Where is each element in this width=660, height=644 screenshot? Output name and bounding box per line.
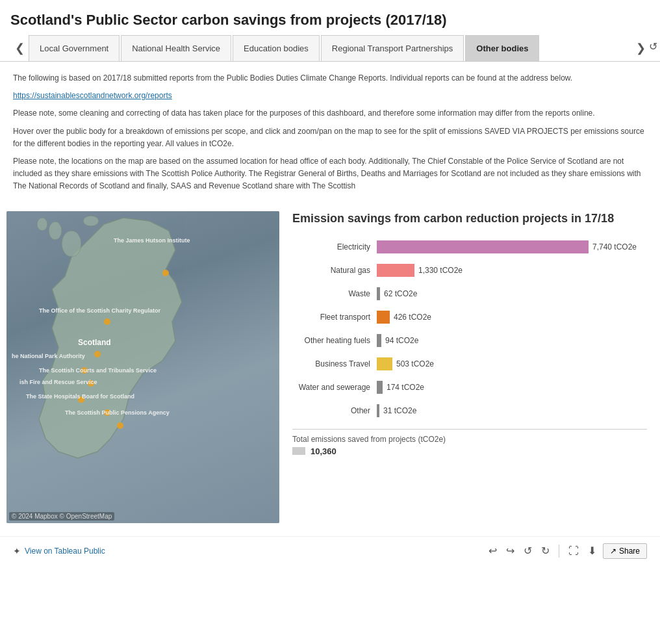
chart-label-7: Other xyxy=(292,406,377,415)
footer: ✦ View on Tableau Public ↩ ↪ ↺ ↻ ⛶ ⬇ ↗ S… xyxy=(0,536,660,565)
nav-prev-arrow[interactable]: ❮ xyxy=(10,35,29,61)
bar-area-5: 503 tCO2e xyxy=(377,356,647,372)
forward-button[interactable]: ↻ xyxy=(539,543,552,558)
total-section: Total emissions saved from projects (tCO… xyxy=(292,429,647,456)
info-para1: The following is based on 2017/18 submit… xyxy=(13,72,647,84)
share-label: Share xyxy=(619,547,640,556)
bar-value-4: 94 tCO2e xyxy=(385,336,418,345)
tableau-link[interactable]: View on Tableau Public xyxy=(25,547,105,556)
nav-tab-local-gov[interactable]: Local Government xyxy=(29,35,120,61)
bar-value-0: 7,740 tCO2e xyxy=(592,242,637,251)
nav-tabs: Local GovernmentNational Health ServiceE… xyxy=(29,35,631,61)
chart-row-5: Business Travel503 tCO2e xyxy=(292,356,647,372)
bar-5 xyxy=(377,357,392,370)
bar-value-2: 62 tCO2e xyxy=(384,289,417,298)
bar-value-6: 174 tCO2e xyxy=(387,383,424,392)
chart-row-6: Water and sewerage174 tCO2e xyxy=(292,380,647,395)
bar-area-3: 426 tCO2e xyxy=(377,309,647,325)
svg-point-2 xyxy=(49,222,62,240)
chart-row-1: Natural gas1,330 tCO2e xyxy=(292,263,647,278)
svg-point-1 xyxy=(62,231,81,257)
map-label-pensions: The Scottish Public Pensions Agency xyxy=(65,409,170,416)
chart-label-3: Fleet transport xyxy=(292,313,377,322)
chart-label-1: Natural gas xyxy=(292,266,377,275)
chart-label-6: Water and sewerage xyxy=(292,383,377,392)
main-content: The James Hutson Institute The Office of… xyxy=(0,205,660,530)
tableau-icon: ✦ xyxy=(13,546,21,556)
bar-area-4: 94 tCO2e xyxy=(377,333,647,348)
share-button[interactable]: ↗ Share xyxy=(603,543,647,559)
svg-point-12 xyxy=(117,422,123,429)
bar-area-1: 1,330 tCO2e xyxy=(377,263,647,278)
fullscreen-button[interactable]: ⛶ xyxy=(566,544,581,558)
refresh-icon[interactable]: ↺ xyxy=(649,40,657,53)
map-label-fire-rescue: ish Fire and Rescue Service xyxy=(19,379,97,385)
redo-button[interactable]: ↪ xyxy=(503,543,517,558)
map-label-state-hospital: The State Hospitals Board for Scotland xyxy=(26,393,134,400)
map-label-charity-regulator: The Office of the Scottish Charity Regul… xyxy=(39,307,160,314)
chart-label-5: Business Travel xyxy=(292,359,377,368)
footer-right: ↩ ↪ ↺ ↻ ⛶ ⬇ ↗ Share xyxy=(486,543,647,559)
page-title: Scotland's Public Sector carbon savings … xyxy=(0,0,660,35)
bar-1 xyxy=(377,264,414,277)
bar-2 xyxy=(377,287,380,300)
bar-6 xyxy=(377,381,383,394)
bar-value-7: 31 tCO2e xyxy=(383,406,416,415)
share-icon: ↗ xyxy=(610,547,616,556)
map-label-park-authority: he National Park Authority xyxy=(12,353,85,359)
chart-label-2: Waste xyxy=(292,289,377,298)
map-copyright: © 2024 Mapbox © OpenStreetMap xyxy=(9,512,114,521)
map-label-courts: The Scottish Courts and Tribunals Servic… xyxy=(39,367,157,374)
nav-tab-regional[interactable]: Regional Transport Partnerships xyxy=(321,35,464,61)
bar-value-5: 503 tCO2e xyxy=(396,359,434,368)
chart-label-4: Other heating fuels xyxy=(292,336,377,345)
svg-point-3 xyxy=(37,218,47,231)
bar-value-3: 426 tCO2e xyxy=(394,313,431,322)
info-para3: Hover over the public body for a breakdo… xyxy=(13,125,647,150)
nav-tab-nhs[interactable]: National Health Service xyxy=(121,35,231,61)
bar-area-2: 62 tCO2e xyxy=(377,286,647,302)
chart-bars: Electricity7,740 tCO2eNatural gas1,330 t… xyxy=(292,239,647,419)
chart-row-2: Waste62 tCO2e xyxy=(292,286,647,302)
info-para4: Please note, the locations on the map ar… xyxy=(13,155,647,193)
total-swatch xyxy=(292,447,305,455)
back-button[interactable]: ↺ xyxy=(521,543,535,558)
bar-value-1: 1,330 tCO2e xyxy=(418,266,463,275)
bar-area-7: 31 tCO2e xyxy=(377,403,647,419)
bar-7 xyxy=(377,404,379,417)
total-label: Total emissions saved from projects (tCO… xyxy=(292,435,647,444)
info-para2: Please note, some cleaning and correctin… xyxy=(13,107,647,120)
map-container[interactable]: The James Hutson Institute The Office of… xyxy=(6,211,279,523)
total-value: 10,360 xyxy=(311,446,336,456)
chart-title: Emission savings from carbon reduction p… xyxy=(292,211,647,226)
bar-3 xyxy=(377,311,390,324)
svg-point-7 xyxy=(94,351,101,357)
chart-label-0: Electricity xyxy=(292,242,377,251)
bar-4 xyxy=(377,334,381,347)
nav-tab-education[interactable]: Education bodies xyxy=(233,35,320,61)
svg-point-4 xyxy=(83,216,99,226)
info-section: The following is based on 2017/18 submit… xyxy=(0,62,660,205)
bar-area-6: 174 tCO2e xyxy=(377,380,647,395)
chart-row-7: Other31 tCO2e xyxy=(292,403,647,419)
bar-0 xyxy=(377,240,589,253)
nav-tab-other[interactable]: Other bodies xyxy=(465,35,539,61)
chart-row-0: Electricity7,740 tCO2e xyxy=(292,239,647,255)
chart-container: Emission savings from carbon reduction p… xyxy=(286,211,654,523)
undo-button[interactable]: ↩ xyxy=(486,543,500,558)
separator xyxy=(559,545,559,558)
download-button[interactable]: ⬇ xyxy=(585,543,599,558)
nav-bar: ❮ Local GovernmentNational Health Servic… xyxy=(0,35,660,62)
nav-next-arrow[interactable]: ❯ xyxy=(631,35,650,61)
map-label-scotland: Scotland xyxy=(78,338,111,347)
chart-row-4: Other heating fuels94 tCO2e xyxy=(292,333,647,348)
svg-point-5 xyxy=(162,270,169,276)
bar-area-0: 7,740 tCO2e xyxy=(377,239,647,255)
map-label-james-hutton: The James Hutson Institute xyxy=(114,237,190,244)
info-link[interactable]: https://sustainablescotlandnetwork.org/r… xyxy=(13,91,172,100)
svg-point-6 xyxy=(104,318,110,325)
chart-row-3: Fleet transport426 tCO2e xyxy=(292,309,647,325)
